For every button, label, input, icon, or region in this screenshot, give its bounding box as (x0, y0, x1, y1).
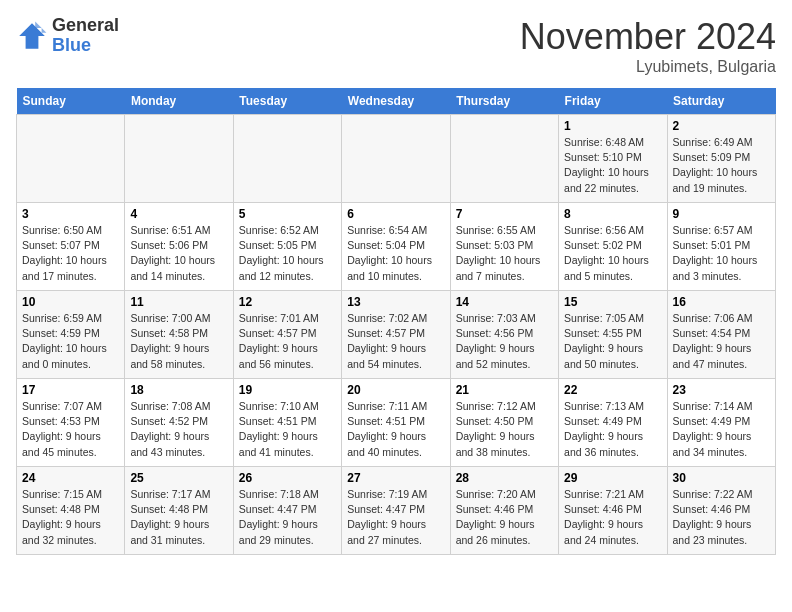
day-number: 12 (239, 295, 336, 309)
day-info: Sunrise: 7:07 AM Sunset: 4:53 PM Dayligh… (22, 399, 119, 460)
day-number: 2 (673, 119, 770, 133)
calendar-cell: 13Sunrise: 7:02 AM Sunset: 4:57 PM Dayli… (342, 291, 450, 379)
day-info: Sunrise: 7:03 AM Sunset: 4:56 PM Dayligh… (456, 311, 553, 372)
day-number: 6 (347, 207, 444, 221)
weekday-row: SundayMondayTuesdayWednesdayThursdayFrid… (17, 88, 776, 115)
calendar-week-row: 17Sunrise: 7:07 AM Sunset: 4:53 PM Dayli… (17, 379, 776, 467)
logo-text: General Blue (52, 16, 119, 56)
calendar-cell: 19Sunrise: 7:10 AM Sunset: 4:51 PM Dayli… (233, 379, 341, 467)
svg-marker-0 (19, 23, 45, 49)
calendar-cell: 26Sunrise: 7:18 AM Sunset: 4:47 PM Dayli… (233, 467, 341, 555)
calendar-cell (342, 115, 450, 203)
day-number: 8 (564, 207, 661, 221)
calendar-week-row: 3Sunrise: 6:50 AM Sunset: 5:07 PM Daylig… (17, 203, 776, 291)
day-number: 29 (564, 471, 661, 485)
calendar-cell: 28Sunrise: 7:20 AM Sunset: 4:46 PM Dayli… (450, 467, 558, 555)
day-number: 7 (456, 207, 553, 221)
day-info: Sunrise: 7:15 AM Sunset: 4:48 PM Dayligh… (22, 487, 119, 548)
calendar-cell: 23Sunrise: 7:14 AM Sunset: 4:49 PM Dayli… (667, 379, 775, 467)
day-info: Sunrise: 7:10 AM Sunset: 4:51 PM Dayligh… (239, 399, 336, 460)
day-number: 3 (22, 207, 119, 221)
calendar-cell: 16Sunrise: 7:06 AM Sunset: 4:54 PM Dayli… (667, 291, 775, 379)
day-number: 20 (347, 383, 444, 397)
day-info: Sunrise: 7:18 AM Sunset: 4:47 PM Dayligh… (239, 487, 336, 548)
calendar-cell: 27Sunrise: 7:19 AM Sunset: 4:47 PM Dayli… (342, 467, 450, 555)
calendar-cell: 5Sunrise: 6:52 AM Sunset: 5:05 PM Daylig… (233, 203, 341, 291)
day-number: 26 (239, 471, 336, 485)
calendar-cell: 20Sunrise: 7:11 AM Sunset: 4:51 PM Dayli… (342, 379, 450, 467)
day-number: 5 (239, 207, 336, 221)
day-info: Sunrise: 7:08 AM Sunset: 4:52 PM Dayligh… (130, 399, 227, 460)
day-info: Sunrise: 6:50 AM Sunset: 5:07 PM Dayligh… (22, 223, 119, 284)
calendar-cell (17, 115, 125, 203)
day-info: Sunrise: 7:00 AM Sunset: 4:58 PM Dayligh… (130, 311, 227, 372)
logo-blue: Blue (52, 36, 119, 56)
calendar-cell: 24Sunrise: 7:15 AM Sunset: 4:48 PM Dayli… (17, 467, 125, 555)
day-info: Sunrise: 7:11 AM Sunset: 4:51 PM Dayligh… (347, 399, 444, 460)
day-number: 11 (130, 295, 227, 309)
day-info: Sunrise: 6:55 AM Sunset: 5:03 PM Dayligh… (456, 223, 553, 284)
day-info: Sunrise: 6:49 AM Sunset: 5:09 PM Dayligh… (673, 135, 770, 196)
calendar-cell: 29Sunrise: 7:21 AM Sunset: 4:46 PM Dayli… (559, 467, 667, 555)
day-number: 28 (456, 471, 553, 485)
calendar-header: SundayMondayTuesdayWednesdayThursdayFrid… (17, 88, 776, 115)
calendar-cell: 4Sunrise: 6:51 AM Sunset: 5:06 PM Daylig… (125, 203, 233, 291)
calendar-table: SundayMondayTuesdayWednesdayThursdayFrid… (16, 88, 776, 555)
day-info: Sunrise: 6:48 AM Sunset: 5:10 PM Dayligh… (564, 135, 661, 196)
calendar-week-row: 10Sunrise: 6:59 AM Sunset: 4:59 PM Dayli… (17, 291, 776, 379)
day-number: 15 (564, 295, 661, 309)
day-info: Sunrise: 7:22 AM Sunset: 4:46 PM Dayligh… (673, 487, 770, 548)
day-info: Sunrise: 7:01 AM Sunset: 4:57 PM Dayligh… (239, 311, 336, 372)
title-block: November 2024 Lyubimets, Bulgaria (520, 16, 776, 76)
weekday-header: Wednesday (342, 88, 450, 115)
calendar-cell: 22Sunrise: 7:13 AM Sunset: 4:49 PM Dayli… (559, 379, 667, 467)
day-info: Sunrise: 6:59 AM Sunset: 4:59 PM Dayligh… (22, 311, 119, 372)
day-number: 24 (22, 471, 119, 485)
day-number: 13 (347, 295, 444, 309)
calendar-cell: 17Sunrise: 7:07 AM Sunset: 4:53 PM Dayli… (17, 379, 125, 467)
calendar-cell: 11Sunrise: 7:00 AM Sunset: 4:58 PM Dayli… (125, 291, 233, 379)
day-number: 19 (239, 383, 336, 397)
day-info: Sunrise: 7:19 AM Sunset: 4:47 PM Dayligh… (347, 487, 444, 548)
calendar-cell: 25Sunrise: 7:17 AM Sunset: 4:48 PM Dayli… (125, 467, 233, 555)
weekday-header: Monday (125, 88, 233, 115)
calendar-cell: 15Sunrise: 7:05 AM Sunset: 4:55 PM Dayli… (559, 291, 667, 379)
day-number: 22 (564, 383, 661, 397)
weekday-header: Tuesday (233, 88, 341, 115)
calendar-cell: 21Sunrise: 7:12 AM Sunset: 4:50 PM Dayli… (450, 379, 558, 467)
day-number: 14 (456, 295, 553, 309)
calendar-cell: 12Sunrise: 7:01 AM Sunset: 4:57 PM Dayli… (233, 291, 341, 379)
calendar-week-row: 1Sunrise: 6:48 AM Sunset: 5:10 PM Daylig… (17, 115, 776, 203)
logo-icon (16, 20, 48, 52)
day-info: Sunrise: 7:13 AM Sunset: 4:49 PM Dayligh… (564, 399, 661, 460)
weekday-header: Friday (559, 88, 667, 115)
calendar-week-row: 24Sunrise: 7:15 AM Sunset: 4:48 PM Dayli… (17, 467, 776, 555)
weekday-header: Sunday (17, 88, 125, 115)
day-number: 23 (673, 383, 770, 397)
day-number: 4 (130, 207, 227, 221)
month-title: November 2024 (520, 16, 776, 58)
day-info: Sunrise: 6:57 AM Sunset: 5:01 PM Dayligh… (673, 223, 770, 284)
calendar-cell: 10Sunrise: 6:59 AM Sunset: 4:59 PM Dayli… (17, 291, 125, 379)
day-info: Sunrise: 7:17 AM Sunset: 4:48 PM Dayligh… (130, 487, 227, 548)
calendar-cell: 6Sunrise: 6:54 AM Sunset: 5:04 PM Daylig… (342, 203, 450, 291)
weekday-header: Thursday (450, 88, 558, 115)
logo: General Blue (16, 16, 119, 56)
day-info: Sunrise: 7:20 AM Sunset: 4:46 PM Dayligh… (456, 487, 553, 548)
calendar-cell: 9Sunrise: 6:57 AM Sunset: 5:01 PM Daylig… (667, 203, 775, 291)
calendar-cell (233, 115, 341, 203)
calendar-cell: 18Sunrise: 7:08 AM Sunset: 4:52 PM Dayli… (125, 379, 233, 467)
day-number: 27 (347, 471, 444, 485)
calendar-cell: 7Sunrise: 6:55 AM Sunset: 5:03 PM Daylig… (450, 203, 558, 291)
logo-general: General (52, 16, 119, 36)
day-info: Sunrise: 7:21 AM Sunset: 4:46 PM Dayligh… (564, 487, 661, 548)
day-number: 25 (130, 471, 227, 485)
day-info: Sunrise: 6:52 AM Sunset: 5:05 PM Dayligh… (239, 223, 336, 284)
day-number: 10 (22, 295, 119, 309)
calendar-cell: 8Sunrise: 6:56 AM Sunset: 5:02 PM Daylig… (559, 203, 667, 291)
day-info: Sunrise: 6:56 AM Sunset: 5:02 PM Dayligh… (564, 223, 661, 284)
calendar-cell: 14Sunrise: 7:03 AM Sunset: 4:56 PM Dayli… (450, 291, 558, 379)
calendar-cell: 3Sunrise: 6:50 AM Sunset: 5:07 PM Daylig… (17, 203, 125, 291)
day-info: Sunrise: 7:12 AM Sunset: 4:50 PM Dayligh… (456, 399, 553, 460)
day-number: 30 (673, 471, 770, 485)
